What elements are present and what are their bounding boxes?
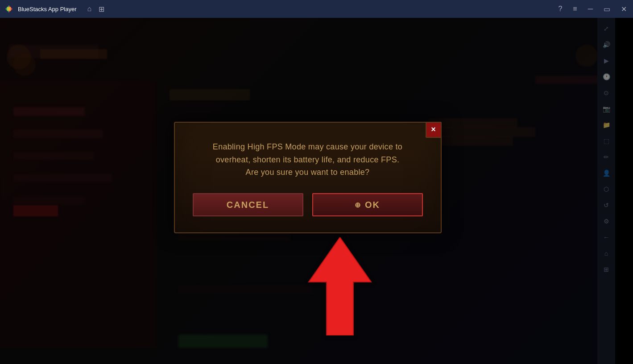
titlebar-right: ? ≡ ─ ▭ ✕ (555, 3, 629, 15)
titlebar-title: BlueStacks App Player (18, 6, 77, 12)
dialog-close-button[interactable]: × (426, 122, 442, 138)
home-nav-icon[interactable]: ⌂ (87, 5, 92, 13)
multiinstance-nav-icon[interactable]: ⊞ (99, 5, 104, 13)
bluestacks-logo (4, 4, 14, 14)
dialog-message: Enabling High FPS Mode may cause your de… (213, 141, 402, 179)
titlebar-nav: ⌂ ⊞ (87, 5, 105, 13)
ok-label: OK (365, 200, 380, 210)
titlebar-left: BlueStacks App Player ⌂ ⊞ (4, 4, 104, 14)
dialog-box: × Enabling High FPS Mode may cause your … (174, 122, 442, 233)
dialog-buttons: CANCEL ⊕ OK (193, 193, 423, 216)
close-window-button[interactable]: ✕ (618, 3, 629, 15)
main-content: × Enabling High FPS Mode may cause your … (0, 18, 615, 364)
menu-icon[interactable]: ≡ (570, 3, 579, 15)
ok-icon: ⊕ (355, 201, 361, 209)
titlebar: BlueStacks App Player ⌂ ⊞ ? ≡ ─ ▭ ✕ (0, 0, 633, 18)
minimize-icon[interactable]: ─ (585, 3, 596, 15)
cancel-button[interactable]: CANCEL (193, 193, 303, 216)
help-icon[interactable]: ? (555, 3, 565, 15)
dialog-overlay: × Enabling High FPS Mode may cause your … (0, 18, 615, 364)
restore-icon[interactable]: ▭ (601, 3, 613, 15)
ok-button[interactable]: ⊕ OK (312, 193, 423, 216)
